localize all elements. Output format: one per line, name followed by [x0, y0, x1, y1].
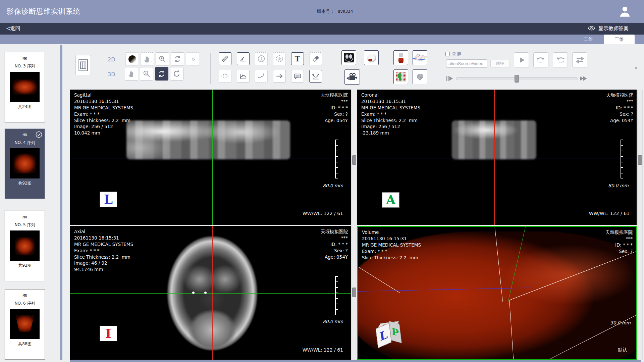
ruler-tool-button[interactable]	[219, 52, 231, 65]
slider-end-icon[interactable]	[579, 75, 589, 83]
secondary-marker-tool-button[interactable]: 次	[273, 52, 286, 65]
series-card-3[interactable]: MR NO. 3 序列 共24图	[5, 52, 45, 122]
series-modality: MR	[5, 294, 45, 298]
crosshair-vertical-green[interactable]	[212, 90, 213, 225]
window-level-icon	[128, 55, 136, 63]
curved-ruler-tool-button[interactable]	[309, 70, 322, 83]
curve-tool-button[interactable]	[255, 70, 268, 83]
eraser-tool-button[interactable]	[309, 52, 322, 65]
histogram-tool-button[interactable]	[237, 70, 250, 83]
text-tool-button[interactable]: T	[291, 52, 304, 65]
rotate-2d-button[interactable]	[171, 52, 184, 66]
play-button[interactable]	[514, 52, 529, 67]
slice-scrollbar-middle[interactable]	[351, 90, 357, 360]
comment-tool-button[interactable]	[291, 70, 304, 83]
skull-3d-button[interactable]	[364, 50, 379, 65]
viewport-coronal[interactable]: Coronal 20161130 16:15:31 MR GE MEDICAL …	[357, 90, 637, 225]
window-width-level: WW/WL: 122 / 61	[303, 211, 343, 216]
scale-label: 30.0 mm	[610, 320, 631, 325]
slider-start-icon[interactable]	[446, 75, 455, 83]
crosshair-horizontal-blue[interactable]	[70, 158, 351, 158]
render-preset-label: 默认	[618, 347, 627, 353]
series-image-count: 共92图	[5, 263, 45, 268]
export-video-button[interactable]	[344, 69, 360, 85]
series-card-4-selected[interactable]: MR NO. 4 序列 共92图	[5, 128, 45, 199]
record-screen-checkbox-label[interactable]: 录屏	[445, 51, 461, 57]
collapse-toolbar-icon[interactable]: «	[634, 64, 638, 71]
svg-text:主: 主	[260, 57, 263, 61]
hand-icon	[143, 55, 152, 63]
sidebar-scrollbar[interactable]	[60, 45, 62, 360]
crosshair-vertical-red[interactable]	[494, 90, 495, 225]
region-grow-button[interactable]	[393, 69, 408, 84]
window-level-button[interactable]	[125, 52, 139, 66]
show-teacher-answer-button[interactable]: 显示教师答案	[588, 23, 629, 35]
layout-columns-button[interactable]	[75, 55, 91, 75]
arc-curve-icon	[257, 72, 266, 81]
crosshair-horizontal-green[interactable]	[70, 293, 351, 294]
show-teacher-answer-label: 显示教师答案	[598, 25, 629, 32]
reset-camera-button[interactable]	[170, 67, 183, 81]
rotate-icon	[173, 55, 182, 63]
series-image-count: 共88图	[5, 341, 45, 347]
slice-scrollbar-right[interactable]	[637, 90, 643, 360]
frame-slider-track[interactable]	[456, 77, 578, 80]
rotate-forward-button[interactable]	[533, 52, 548, 67]
dicom-info-left: Volume 20161130 16:15:31 MR GE MEDICAL S…	[362, 229, 421, 261]
slice-scroll-handle-axial[interactable]	[352, 288, 356, 297]
angle-tool-button[interactable]	[237, 52, 250, 65]
version-info: 版本号：svn334	[317, 0, 353, 23]
viewport-volume-selected[interactable]: Volume 20161130 16:15:31 MR GE MEDICAL S…	[357, 226, 637, 360]
path-button[interactable]: 路径	[490, 60, 510, 67]
hand-icon	[127, 69, 136, 78]
viewport-sagittal[interactable]: Sagittal 20161130 16:15:31 MR GE MEDICAL…	[70, 90, 351, 225]
orientation-cube[interactable]: L P	[375, 318, 409, 354]
knee-3d-button[interactable]	[393, 50, 408, 65]
slice-scroll-handle-sagittal[interactable]	[352, 155, 356, 165]
lung-ct-button[interactable]	[341, 50, 356, 65]
series-card-5[interactable]: MR NO. 5 序列 共92图	[5, 211, 45, 281]
tab-3d[interactable]: 三维	[604, 35, 635, 44]
heart-3d-button[interactable]	[413, 69, 427, 84]
patient-info-right: 天堰模拟医院 *** ID: * * * Sex: ? Age: 054Y	[321, 92, 348, 123]
crosshair-horizontal-blue[interactable]	[357, 158, 637, 158]
series-modality: MR	[5, 56, 45, 61]
knee-3d-icon	[398, 53, 404, 63]
window-level-reset-button[interactable]	[186, 52, 199, 66]
arrow-tool-button[interactable]	[273, 70, 286, 83]
slab-mpr-icon	[413, 54, 427, 61]
zoom-in-icon	[142, 69, 151, 78]
rotate-icon	[157, 69, 166, 78]
slice-scroll-handle-coronal[interactable]	[638, 155, 642, 165]
record-screen-checkbox[interactable]	[445, 52, 450, 56]
video-path-input[interactable]	[446, 59, 487, 68]
rotate-3d-button-active[interactable]	[155, 67, 168, 81]
pan-2d-button[interactable]	[141, 52, 154, 66]
rotate-back-icon	[555, 55, 566, 65]
horizontal-scrollbar[interactable]	[70, 360, 641, 362]
toolbar: 2D 3D 主 次 T 录屏 路径 «	[70, 48, 644, 90]
swap-views-button[interactable]	[572, 52, 587, 67]
view-mode-tabbar: 二维 三维	[0, 35, 644, 44]
arrow-icon	[275, 72, 284, 81]
version-label: 版本号：	[317, 9, 334, 14]
tab-2d[interactable]: 二维	[573, 35, 604, 44]
back-button[interactable]: <返回	[6, 23, 20, 35]
rotate-back-button[interactable]	[553, 52, 568, 67]
scale-ruler	[621, 140, 623, 178]
viewport-axial[interactable]: Axial 20161130 16:15:31 MR GE MEDICAL SY…	[70, 226, 351, 360]
pan-3d-button[interactable]	[125, 67, 138, 81]
app-title: 影像诊断思维实训系统	[7, 0, 80, 23]
user-avatar-icon[interactable]	[618, 4, 632, 18]
zoom-3d-button[interactable]	[140, 67, 153, 81]
zoom-2d-button[interactable]	[156, 52, 169, 66]
curved-ruler-icon	[311, 72, 320, 81]
app-header: 影像诊断思维实训系统 版本号：svn334	[0, 0, 644, 23]
series-thumbnail	[10, 72, 40, 102]
slab-mpr-button[interactable]	[413, 50, 427, 65]
roi-tool-button[interactable]	[219, 70, 231, 83]
main-marker-tool-button[interactable]: 主	[255, 52, 268, 65]
frame-slider-handle[interactable]	[515, 75, 519, 83]
comment-icon	[293, 72, 302, 81]
series-card-6[interactable]: MR NO. 6 序列 共88图	[5, 289, 45, 360]
